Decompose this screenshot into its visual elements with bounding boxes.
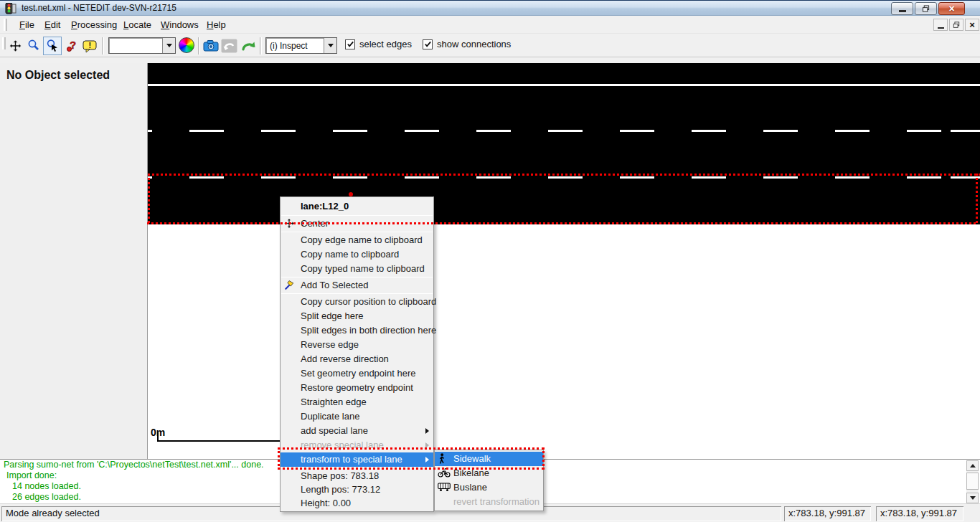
menu-item-add-to-selected[interactable]: Add To Selected [281, 278, 433, 293]
select-edges-checkbox[interactable] [345, 39, 355, 49]
submenu-arrow-icon [425, 428, 429, 434]
log-scrollbar[interactable] [966, 460, 979, 503]
menu-item-straighten-edge[interactable]: Straighten edge [281, 395, 433, 409]
selection-border-top [148, 174, 980, 176]
menu-separator [281, 232, 433, 232]
recenter-view-icon [9, 39, 22, 53]
show-connections-label: show connections [437, 39, 511, 49]
mode-combobox-value: (i) Inspect [266, 41, 324, 51]
scroll-down-button[interactable] [966, 493, 979, 503]
menu-item-duplicate-lane[interactable]: Duplicate lane [281, 409, 433, 424]
menu-item-split-edges-both[interactable]: Split edges in both direction here [281, 323, 433, 338]
toolbar-separator [198, 37, 200, 54]
menu-item-copy-edge-name[interactable]: Copy edge name to clipboard [281, 233, 433, 247]
menu-item-copy-name[interactable]: Copy name to clipboard [281, 247, 433, 262]
submenu-item-revert-transformation: revert transformation [435, 495, 543, 509]
menu-separator [281, 215, 433, 216]
help-button[interactable]: ? [63, 37, 82, 55]
status-cursor-pos-right: x:783.18, y:991.87 [876, 506, 963, 521]
menu-processing[interactable]: Processing [66, 18, 122, 32]
app-icon [5, 3, 17, 14]
context-menu-header: lane:L12_0 [281, 199, 433, 214]
submenu-arrow-icon [425, 442, 429, 448]
svg-text:!: ! [88, 41, 91, 49]
selection-border-left [148, 174, 150, 224]
submenu-item-bikelane[interactable]: Bikelane [435, 466, 543, 480]
inspector-panel: No Object selected [0, 63, 147, 459]
zoom-select-button[interactable] [43, 37, 62, 55]
snapshot-button[interactable] [202, 37, 220, 55]
redo-button[interactable] [239, 37, 258, 55]
restore-button[interactable] [915, 2, 937, 15]
close-icon: × [948, 4, 954, 14]
menu-item-remove-special-lane: remove special lane [281, 438, 433, 452]
menu-separator [281, 293, 433, 294]
menu-item-add-special-lane[interactable]: add special lane [281, 424, 433, 438]
status-cursor-pos-left: x:783.18, y:991.87 [784, 506, 871, 521]
lane-marking-dashed [148, 130, 980, 132]
selection-border-right [976, 174, 978, 224]
show-connections-checkbox-group[interactable]: show connections [423, 39, 511, 49]
show-connections-checkbox[interactable] [423, 39, 433, 49]
menu-item-add-reverse-direction[interactable]: Add reverse direction [281, 352, 433, 366]
network-canvas[interactable]: 0m [147, 63, 980, 459]
close-button[interactable]: × [938, 2, 965, 15]
menu-windows[interactable]: Windows [156, 18, 204, 32]
menu-item-copy-cursor-position[interactable]: Copy cursor position to clipboard [281, 295, 433, 309]
menu-item-set-geometry-endpoint[interactable]: Set geometry endpoint here [281, 366, 433, 381]
menu-item-copy-typed-name[interactable]: Copy typed name to clipboard [281, 262, 433, 276]
menu-item-restore-geometry-endpoint[interactable]: Restore geometry endpoint [281, 381, 433, 395]
toolbar-separator [260, 37, 262, 54]
zoom-button[interactable] [24, 37, 43, 55]
minimize-icon [899, 10, 906, 12]
selection-border-bottom [147, 222, 978, 224]
messages-button[interactable]: ! [80, 37, 99, 55]
recenter-view-button[interactable] [6, 37, 24, 55]
toolbar-grip[interactable] [4, 19, 7, 31]
bicycle-icon [438, 468, 451, 479]
undo-button[interactable] [220, 37, 238, 55]
mode-combobox-arrow[interactable] [324, 38, 336, 53]
toolbar: ? ! (i) Inspect select edge [0, 33, 980, 57]
add-to-selected-icon [283, 280, 296, 291]
lane-context-menu: lane:L12_0 Center Copy edge name to clip… [280, 196, 434, 512]
snapshot-icon [203, 39, 219, 52]
mdi-close-icon: × [969, 20, 975, 30]
zoom-icon [27, 39, 41, 53]
submenu-item-sidewalk[interactable]: Sidewalk [435, 452, 543, 466]
locate-combobox-arrow[interactable] [162, 38, 175, 53]
submenu-arrow-icon [425, 457, 429, 462]
menu-locate[interactable]: Locate [118, 18, 156, 32]
menu-info-length-pos: Length pos: 773.12 [281, 483, 433, 496]
lane-marking-dashed [148, 176, 980, 179]
mdi-close-button[interactable]: × [965, 19, 979, 31]
menu-edit[interactable]: Edit [39, 18, 65, 32]
scrollbar-thumb[interactable] [966, 473, 979, 490]
mdi-minimize-button[interactable] [933, 19, 948, 31]
window-title: test.net.xml - NETEDIT dev-SVN-r21715 [22, 3, 176, 13]
menu-help[interactable]: Help [202, 18, 231, 32]
scroll-up-button[interactable] [966, 460, 979, 471]
lane-marking-solid [148, 84, 980, 86]
menu-bar: File Edit Processing Locate Windows Help… [0, 16, 980, 33]
color-scheme-button[interactable] [179, 37, 194, 53]
menu-file[interactable]: File [14, 18, 39, 32]
menu-item-transform-special-lane[interactable]: transform to special lane [281, 452, 433, 467]
undo-icon [221, 39, 237, 53]
submenu-item-buslane[interactable]: Buslane [435, 480, 543, 495]
menu-info-height: Height: 0.00 [281, 496, 433, 510]
mode-combobox[interactable]: (i) Inspect [265, 37, 337, 54]
menu-item-split-edge[interactable]: Split edge here [281, 309, 433, 323]
chevron-down-icon [328, 44, 334, 47]
mdi-restore-button[interactable] [949, 19, 963, 31]
mdi-restore-icon [953, 22, 960, 29]
triangle-up-icon [970, 464, 976, 468]
select-edges-checkbox-group[interactable]: select edges [345, 39, 412, 49]
road-edge-upper[interactable] [148, 63, 980, 174]
triangle-down-icon [970, 496, 976, 500]
locate-combobox[interactable] [108, 37, 176, 54]
menu-item-reverse-edge[interactable]: Reverse edge [281, 338, 433, 352]
bus-icon [438, 482, 451, 493]
road-edge-selected[interactable] [148, 174, 980, 224]
minimize-button[interactable] [891, 2, 913, 15]
